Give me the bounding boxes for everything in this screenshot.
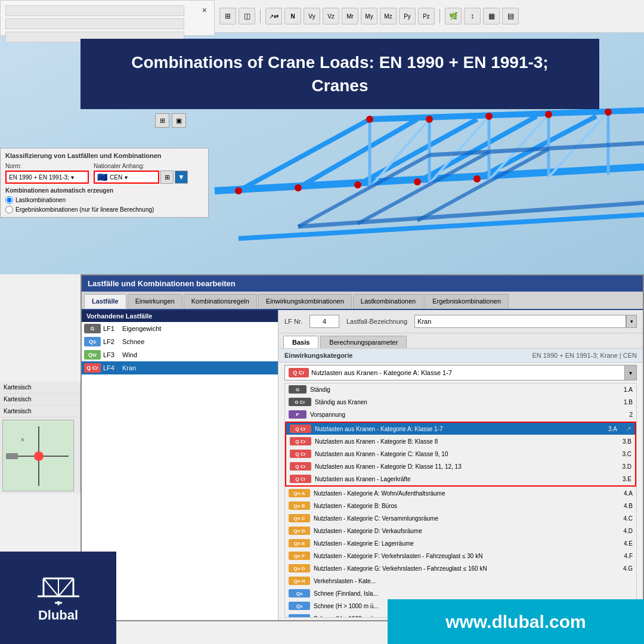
cat-item-qng[interactable]: Qn G Nutzlasten - Kategorie G: Verkehrsl… — [285, 562, 636, 575]
lf-bezeichnung-dropdown[interactable]: ▾ — [626, 315, 637, 328]
cat-name-qs1: Schnee (Finnland, Isla... — [314, 590, 615, 597]
cat-item-crane-a[interactable]: Q Cr Nutzlasten aus Kranen - Kategorie A… — [286, 423, 635, 435]
toolbar-icon-3[interactable]: ↗⇄ — [265, 8, 282, 24]
tab-ergebniskombinationen[interactable]: Ergebniskombinationen — [425, 294, 509, 309]
ew-label: Einwirkungskategorie — [284, 352, 352, 359]
lc-name-lf1: Eigengewicht — [122, 325, 161, 332]
sidebar-item-3[interactable]: Kartesisch — [0, 405, 80, 417]
toolbar: ⊞ ◫ ↗⇄ N Vy Vz Mr My Mz Py Pz 🌿 ↕ ▦ ▤ — [215, 0, 644, 33]
right-panel: LF Nr. Lastfall-Bezeichnung ▾ Basis Bere… — [278, 310, 643, 620]
tab-einwirkungen[interactable]: Einwirkungen — [128, 294, 182, 309]
cat-item-crane-d[interactable]: Q Cr Nutzlasten aus Kranen - Kategorie D… — [286, 460, 635, 473]
lf-bezeichnung-input[interactable] — [414, 315, 626, 328]
lf-nr-input[interactable] — [309, 315, 339, 328]
sidebar-item-1[interactable]: Kartesisch — [0, 382, 80, 394]
lc-item-lf3[interactable]: Qw LF3 Wind — [82, 348, 278, 361]
radio-lastkomb[interactable]: Lastkombinationen — [5, 196, 203, 204]
cat-item-crane-e[interactable]: Q Cr Nutzlasten aus Kranen - Lagerkräfte… — [286, 473, 635, 485]
cat-name-qna: Nutzlasten - Kategorie A: Wohn/Aufenthal… — [314, 490, 615, 497]
toolbar-icon-mr[interactable]: Mr — [342, 8, 358, 24]
cat-item-qnc[interactable]: Qn C Nutzlasten - Kategorie C: Versammlu… — [285, 512, 636, 525]
radio-ergebniskomb[interactable]: Ergebniskombinationen (nur für lineare B… — [5, 206, 203, 213]
toolbar-icon-n[interactable]: N — [284, 8, 301, 24]
svg-point-24 — [295, 184, 302, 191]
ew-dropdown[interactable]: Q Cr Nutzlasten aus Kranen - Kategorie A… — [284, 365, 637, 380]
website-text: www.dlubal.com — [445, 612, 586, 632]
tab-lastfaelle[interactable]: Lastfälle — [84, 294, 126, 309]
cat-badge-qne: Qn E — [289, 539, 310, 547]
national-select[interactable]: 🇪🇺 CEN ▾ — [94, 171, 159, 184]
cat-badge-qnc: Qn C — [289, 514, 310, 522]
national-edit-btn[interactable]: ⊞ — [160, 171, 174, 184]
dlubal-name: Dlubal — [38, 608, 78, 623]
cat-item-standig-cr[interactable]: G Cr Ständig aus Kranen 1.B — [285, 396, 636, 408]
toolbar-icon-grid[interactable]: ▦ — [483, 8, 500, 24]
lc-item-lf2[interactable]: Qs LF2 Schnee — [82, 335, 278, 348]
cat-badge-qng: Qn G — [289, 564, 310, 572]
cat-item-crane-c[interactable]: Q Cr Nutzlasten aus Kranen - Kategorie C… — [286, 448, 635, 460]
close-button[interactable]: × — [202, 5, 207, 15]
cat-badge-crane-d: Q Cr — [290, 462, 311, 470]
toolbar-icon-mz[interactable]: Mz — [380, 8, 397, 24]
radio-ergebniskomb-input[interactable] — [5, 206, 13, 213]
toolbar-icon-resize[interactable]: ↕ — [464, 8, 481, 24]
cat-badge-standig: G — [289, 385, 306, 394]
toolbar-icon-vz[interactable]: Vz — [323, 8, 339, 24]
toolbar-icon-my[interactable]: My — [361, 8, 377, 24]
cat-item-qnd[interactable]: Qn D Nutzlasten - Kategorie D: Verkaufsr… — [285, 525, 636, 537]
cat-item-qnb[interactable]: Qn B Nutzlasten - Kategorie B: Büros 4.B — [285, 500, 636, 512]
cat-code-qng: 4.G — [618, 565, 633, 572]
node-viz: X — [2, 420, 74, 491]
cat-item-qnf[interactable]: Qn F Nutzlasten - Kategorie F: Verkehrsl… — [285, 550, 636, 562]
cat-name-qnc: Nutzlasten - Kategorie C: Versammlungsrä… — [314, 515, 615, 522]
toolbar-icon-vy[interactable]: Vy — [304, 8, 320, 24]
svg-point-19 — [426, 116, 433, 123]
cat-code-crane-b: 3.B — [617, 438, 631, 445]
dialog-content: Vorhandene Lastfälle G LF1 Eigengewicht … — [82, 310, 643, 620]
cat-code-crane-d: 3.D — [617, 463, 631, 470]
sidebar-item-2[interactable]: Kartesisch — [0, 394, 80, 405]
cat-code-crane-a: 3.A — [603, 426, 617, 432]
sub-tab-basis[interactable]: Basis — [283, 336, 318, 348]
tab-lastkombinationen[interactable]: Lastkombinationen — [353, 294, 423, 309]
national-filter-btn[interactable]: ▼ — [175, 171, 188, 184]
tab-einwirkungskombinationen[interactable]: Einwirkungskombinationen — [258, 294, 352, 309]
cat-item-standig[interactable]: G Ständig 1.A — [285, 383, 636, 396]
svg-point-25 — [354, 181, 361, 188]
toolbar-icon-pz[interactable]: Pz — [418, 8, 435, 24]
toolbar-icon-2[interactable]: ◫ — [239, 8, 255, 24]
norm-select[interactable]: EN 1990 + EN 1991-3; ▾ — [5, 171, 89, 184]
cat-name-qne: Nutzlasten - Kategorie E: Lagerräume — [314, 540, 615, 547]
cat-code-qnd: 4.D — [618, 528, 633, 534]
cat-name-crane-b: Nutzlasten aus Kranen - Kategorie B: Kla… — [315, 438, 614, 445]
svg-point-35 — [34, 451, 44, 461]
lc-item-lf4[interactable]: Q Cr LF4 Kran — [82, 361, 278, 374]
classif-title: Klassifizierung von Lastfällen und Kombi… — [5, 152, 203, 159]
cat-name-standig: Ständig — [310, 386, 615, 393]
cat-badge-qnf: Qn F — [289, 552, 310, 560]
title-banner: Combinations of Crane Loads: EN 1990 + E… — [80, 39, 599, 109]
toolbar-icon-py[interactable]: Py — [399, 8, 416, 24]
ew-header: Einwirkungskategorie EN 1990 + EN 1991-3… — [278, 349, 643, 363]
toolbar-icon-list[interactable]: ▤ — [502, 8, 519, 24]
lc-name-lf2: Schnee — [122, 338, 144, 345]
lf-nr-label: LF Nr. — [284, 318, 302, 325]
radio-lastkomb-input[interactable] — [5, 196, 13, 204]
ew-dropdown-btn[interactable]: ▾ — [624, 366, 636, 380]
cat-item-vorspannung[interactable]: P Vorspannung 2 — [285, 408, 636, 421]
sub-tab-berechnungsparameter[interactable]: Berechnungsparameter — [320, 336, 407, 348]
toolbar-icon-tree[interactable]: 🌿 — [445, 8, 462, 24]
cat-item-qne[interactable]: Qn E Nutzlasten - Kategorie E: Lagerräum… — [285, 537, 636, 550]
tab-kombinationsregeln[interactable]: Kombinationsregeln — [184, 294, 257, 309]
sub-tab-bar: Basis Berechnungsparameter — [278, 333, 643, 349]
cat-code-vorspannung: 2 — [618, 411, 633, 418]
icon-btn-2[interactable]: ▣ — [172, 113, 186, 128]
lc-num-lf2: LF2 — [103, 338, 120, 345]
cat-item-qnh[interactable]: Qn H Verkehrslasten - Kate... — [285, 575, 636, 587]
cat-item-qna[interactable]: Qn A Nutzlasten - Kategorie A: Wohn/Aufe… — [285, 487, 636, 500]
icon-btn-1[interactable]: ⊞ — [155, 113, 169, 128]
toolbar-icon-1[interactable]: ⊞ — [219, 8, 236, 24]
lc-item-lf1[interactable]: G LF1 Eigengewicht — [82, 322, 278, 335]
cat-item-crane-b[interactable]: Q Cr Nutzlasten aus Kranen - Kategorie B… — [286, 435, 635, 448]
cat-item-qs1[interactable]: Qs Schnee (Finnland, Isla... — [285, 587, 636, 600]
